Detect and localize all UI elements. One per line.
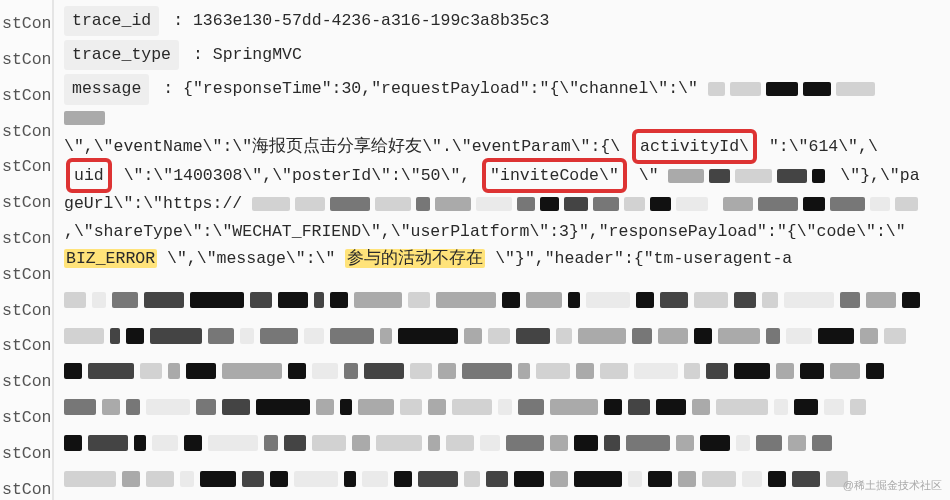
- colon: :: [163, 79, 183, 98]
- gutter-label: stCon: [0, 113, 52, 149]
- redacted-rows: [64, 282, 936, 497]
- redacted-line: [64, 354, 936, 390]
- msg-seg5: \"}","header":{"tm-useragent-a: [495, 249, 792, 268]
- gutter-label: stCon: [0, 471, 52, 500]
- gutter-label: stCon: [0, 292, 52, 328]
- colon: :: [193, 45, 213, 64]
- redacted-line: [64, 461, 936, 497]
- trace-type-key: trace_type: [64, 40, 179, 70]
- watermark: @稀土掘金技术社区: [843, 476, 942, 494]
- message-key: message: [64, 74, 149, 104]
- message-row: message : {"responseTime":30,"requestPay…: [64, 74, 924, 272]
- msg-seg3: ,\"shareType\":\"WECHAT_FRIEND\",\"userP…: [64, 222, 906, 241]
- gutter-label: stCon: [0, 257, 52, 293]
- highlight-uid: uid: [66, 158, 112, 193]
- gutter-label: stCon: [0, 436, 52, 472]
- redacted-line: [64, 318, 936, 354]
- trace-type-value: SpringMVC: [213, 45, 302, 64]
- msg-seg1a: \",\"eventName\":\"海报页点击分享给好友\".\"eventP…: [64, 137, 620, 156]
- highlight-err-message: 参与的活动不存在: [345, 249, 485, 268]
- gutter-label: stCon: [0, 78, 52, 114]
- msg-seg2a: \":\"1400308\",\"posterId\":\"50\",: [124, 166, 480, 185]
- trace-id-key: trace_id: [64, 6, 159, 36]
- highlight-invitecode: "inviteCode\": [482, 158, 627, 193]
- trace-id-value: 1363e130-57dd-4236-a316-199c3a8b35c3: [193, 11, 549, 30]
- trace-type-row: trace_type : SpringMVC: [64, 40, 936, 70]
- colon: :: [173, 11, 193, 30]
- msg-pre: {"responseTime":30,"requestPayload":"{\"…: [183, 79, 708, 98]
- gutter-label: stCon: [0, 6, 52, 42]
- redacted-line: [64, 425, 936, 461]
- gutter-label: stCon: [0, 364, 52, 400]
- gutter-label: stCon: [0, 42, 52, 78]
- log-pane: trace_id : 1363e130-57dd-4236-a316-199c3…: [54, 0, 950, 500]
- msg-seg4: \",\"message\":\": [167, 249, 335, 268]
- line-gutter: stConstConstConstConstConstConstConstCon…: [0, 0, 54, 500]
- gutter-label: stCon: [0, 221, 52, 257]
- gutter-label: stCon: [0, 185, 52, 221]
- gutter-label: stCon: [0, 149, 52, 185]
- trace-id-row: trace_id : 1363e130-57dd-4236-a316-199c3…: [64, 6, 936, 36]
- msg-seg2b: \": [639, 166, 669, 185]
- redacted-line: [64, 389, 936, 425]
- gutter-label: stCon: [0, 328, 52, 364]
- redacted-line: [64, 282, 936, 318]
- gutter-label: stCon: [0, 400, 52, 436]
- highlight-biz-error: BIZ_ERROR: [64, 249, 157, 268]
- msg-seg1b: ":\"614\",\: [769, 137, 878, 156]
- highlight-activityid: activityId\: [632, 129, 757, 164]
